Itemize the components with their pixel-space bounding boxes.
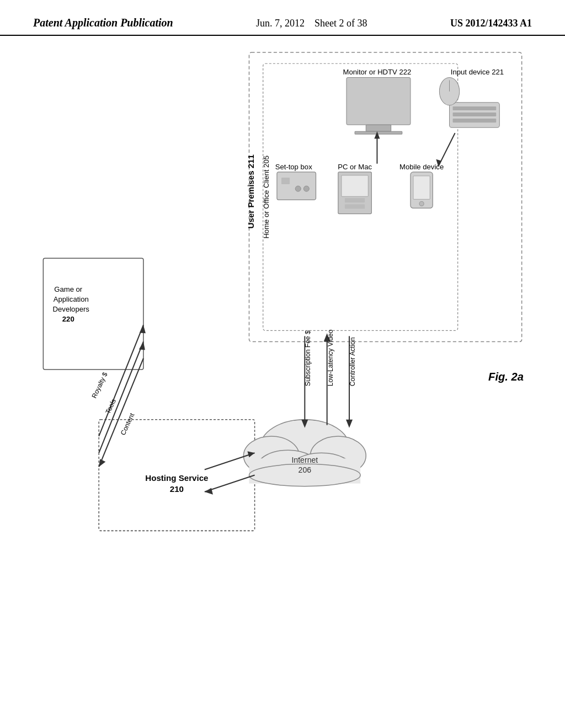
controller-arrow-head (346, 420, 353, 428)
pc-mac-label: PC or Mac (338, 163, 372, 171)
figure-label: Fig. 2a (488, 371, 524, 383)
controller-label: Controller Action (349, 337, 356, 386)
internet-cloud: Internet 206 (243, 420, 366, 486)
patent-number: US 2012/142433 A1 (450, 18, 532, 29)
patent-diagram: User Premises 211 Home or Office Client … (11, 47, 554, 703)
developers-box (43, 258, 143, 370)
date-sheet: Jun. 7, 2012 Sheet 2 of 38 (256, 18, 367, 29)
mobile-device-label: Mobile device (399, 163, 444, 171)
stb-button2 (303, 186, 309, 191)
mobile-screen (413, 176, 430, 199)
hosting-service-number: 210 (170, 484, 184, 494)
tools-arrow-line (99, 341, 143, 453)
content-label: Content (119, 411, 136, 436)
developers-label1: Game or (54, 285, 83, 293)
mobile-button (419, 201, 424, 206)
page-header: Patent Application Publication Jun. 7, 2… (0, 0, 565, 36)
sheet-info: Sheet 2 of 38 (315, 18, 367, 29)
monitor-label: Monitor or HDTV 222 (343, 68, 412, 76)
developers-label2: Application (54, 295, 89, 303)
monitor-base (355, 131, 402, 134)
internet-number: 206 (299, 465, 312, 474)
set-top-box-icon (277, 172, 316, 200)
stb-display (281, 178, 290, 184)
key-row3 (453, 119, 497, 122)
internet-label: Internet (291, 456, 318, 464)
publication-date: Jun. 7, 2012 (256, 18, 305, 29)
developers-number: 220 (62, 315, 74, 323)
monitor-stand (366, 125, 391, 131)
home-office-client-label: Home or Office Client 205 (262, 156, 270, 239)
key-row2 (453, 113, 497, 116)
pc-screen (342, 175, 368, 196)
monitor-icon (347, 77, 411, 125)
user-premises-label: User Premises 211 (246, 154, 255, 228)
content-arrow-head (99, 459, 105, 467)
subscription-label: Subscription Fee $ (304, 330, 312, 386)
hosting-service-label: Hosting Service (145, 473, 208, 483)
stb-button (295, 186, 301, 191)
developers-label3: Developers (53, 305, 90, 313)
pc-drive2 (345, 204, 365, 208)
input-device-label: Input device 221 (451, 68, 504, 76)
royalty-label: Royalty $ (90, 371, 109, 399)
low-latency-label: Low-Latency Video (327, 329, 334, 386)
diagram-area: User Premises 211 Home or Office Client … (0, 36, 565, 714)
set-top-box-label: Set-top box (275, 163, 312, 171)
internet-hosting-arrow1 (205, 475, 255, 492)
key-row1 (453, 106, 497, 110)
pc-drive (345, 198, 365, 202)
tools-arrow-head (139, 341, 145, 350)
publication-title: Patent Application Publication (33, 17, 173, 29)
